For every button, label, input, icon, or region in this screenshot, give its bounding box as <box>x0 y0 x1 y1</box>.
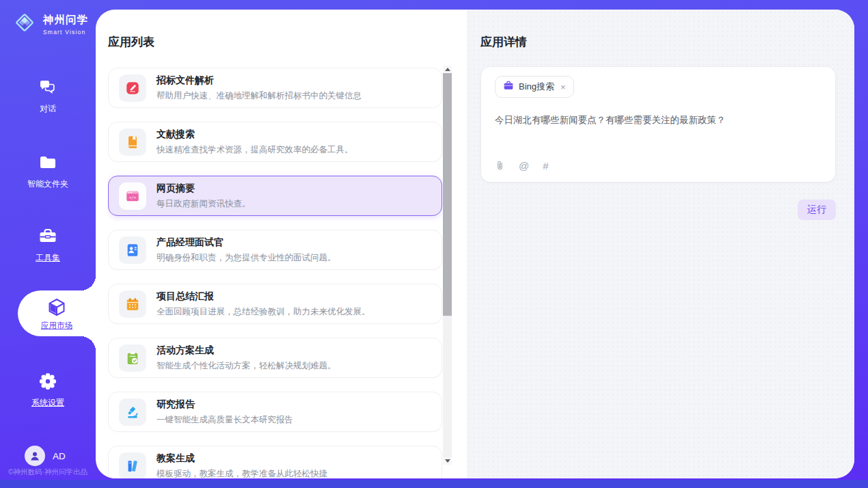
app-detail-pane: 应用详情 Bing搜索 × 今日湖北有哪些新闻要点？有哪些需要关注的最新政策？ … <box>467 10 854 478</box>
query-text-input[interactable]: 今日湖北有哪些新闻要点？有哪些需要关注的最新政策？ <box>495 114 822 128</box>
sidebar-item-label: 对话 <box>40 103 56 115</box>
app-detail-title: 应用详情 <box>480 34 836 50</box>
app-card-description: 一键智能生成高质量长文本研究报告 <box>157 414 293 426</box>
run-button[interactable]: 运行 <box>798 200 836 220</box>
user-chip[interactable]: AD <box>25 446 66 466</box>
scrollbar[interactable] <box>443 66 452 465</box>
brand-tagline: Smart Vision <box>43 29 88 36</box>
app-card-title: 活动方案生成 <box>157 344 336 357</box>
app-list: 招标文件解析帮助用户快速、准确地理解和解析招标书中的关键信息文献搜索快速精准查找… <box>108 68 442 478</box>
gear-icon <box>38 370 58 392</box>
app-card-title: 产品经理面试官 <box>157 236 336 249</box>
app-card-text: 文献搜索快速精准查找学术资源，提高研究效率的必备工具。 <box>157 128 353 156</box>
app-card-description: 智能生成个性化活动方案，轻松解决规划难题。 <box>157 360 336 372</box>
browser-code-icon: </> <box>119 182 146 210</box>
avatar <box>25 446 45 466</box>
sidebar-item-1[interactable]: 智能文件夹 <box>0 152 96 190</box>
sidebar-item-0[interactable]: 对话 <box>0 77 96 115</box>
app-card-title: 网页摘要 <box>157 182 251 195</box>
sidebar-item-3[interactable]: 应用市场 <box>18 290 96 336</box>
pen-square-icon <box>119 74 146 102</box>
app-list-title: 应用列表 <box>108 34 467 50</box>
interview-icon <box>119 236 146 264</box>
app-card-title: 教案生成 <box>157 452 327 465</box>
app-card-title: 文献搜索 <box>157 128 353 141</box>
app-card-text: 招标文件解析帮助用户快速、准确地理解和解析招标书中的关键信息 <box>157 74 362 102</box>
app-card-text: 网页摘要每日政府新闻资讯快查。 <box>157 182 251 210</box>
copyright-text: ©神州数码·神州问学出品 <box>0 467 96 477</box>
briefcase-icon <box>503 80 514 94</box>
sidebar-item-2[interactable]: 工具集 <box>0 226 96 264</box>
app-card-description: 快速精准查找学术资源，提高研究效率的必备工具。 <box>157 144 353 156</box>
close-icon[interactable]: × <box>560 82 566 92</box>
app-card-title: 项目总结汇报 <box>157 290 370 303</box>
microscope-icon <box>119 398 146 426</box>
chat-icon <box>38 77 58 98</box>
sidebar-item-label: 智能文件夹 <box>27 178 68 190</box>
app-card-5[interactable]: 活动方案生成智能生成个性化活动方案，轻松解决规划难题。 <box>108 338 442 378</box>
toolbox-icon <box>38 226 58 247</box>
bottom-strip <box>0 480 868 488</box>
app-card-4[interactable]: 项目总结汇报全面回顾项目进展，总结经验教训，助力未来优化发展。 <box>108 284 442 324</box>
calendar-icon <box>119 290 146 318</box>
app-card-text: 项目总结汇报全面回顾项目进展，总结经验教训，助力未来优化发展。 <box>157 290 370 318</box>
main-content: 应用列表 招标文件解析帮助用户快速、准确地理解和解析招标书中的关键信息文献搜索快… <box>96 10 854 478</box>
scroll-up-button[interactable] <box>443 66 452 73</box>
app-card-title: 招标文件解析 <box>157 74 362 87</box>
sidebar-item-4[interactable]: 系统设置 <box>0 370 96 409</box>
app-card-title: 研究报告 <box>157 398 293 411</box>
app-card-description: 全面回顾项目进展，总结经验教训，助力未来优化发展。 <box>157 306 370 318</box>
composer-toolbar: @# <box>495 159 822 172</box>
app-list-pane: 应用列表 招标文件解析帮助用户快速、准确地理解和解析招标书中的关键信息文献搜索快… <box>96 10 467 478</box>
app-card-description: 每日政府新闻资讯快查。 <box>157 198 251 210</box>
sidebar-item-label: 工具集 <box>36 252 60 264</box>
book-icon <box>119 128 146 156</box>
app-card-text: 活动方案生成智能生成个性化活动方案，轻松解决规划难题。 <box>157 344 336 372</box>
folder-icon <box>38 152 58 174</box>
sidebar-item-label: 系统设置 <box>31 397 64 409</box>
prompt-card: Bing搜索 × 今日湖北有哪些新闻要点？有哪些需要关注的最新政策？ @# <box>480 66 836 182</box>
app-card-0[interactable]: 招标文件解析帮助用户快速、准确地理解和解析招标书中的关键信息 <box>108 68 442 108</box>
app-card-3[interactable]: 产品经理面试官明确身份和职责，为您提供专业性的面试问题。 <box>108 230 442 270</box>
app-card-text: 产品经理面试官明确身份和职责，为您提供专业性的面试问题。 <box>157 236 336 264</box>
svg-text:</>: </> <box>129 195 137 200</box>
brand-text: 神州问学 Smart Vision <box>43 13 88 36</box>
hash-icon[interactable]: # <box>543 160 548 172</box>
triangle-down-icon <box>445 459 450 463</box>
cube-icon <box>46 297 68 318</box>
app-card-7[interactable]: 教案生成模板驱动，教案生成，教学准备从此轻松快捷 <box>108 446 442 478</box>
clipboard-check-icon <box>119 344 146 372</box>
app-card-description: 模板驱动，教案生成，教学准备从此轻松快捷 <box>157 468 327 479</box>
triangle-up-icon <box>445 68 450 71</box>
at-icon[interactable]: @ <box>519 160 529 172</box>
tool-tag-bing-search[interactable]: Bing搜索 × <box>495 76 574 98</box>
app-card-2[interactable]: </>网页摘要每日政府新闻资讯快查。 <box>108 176 442 216</box>
app-card-text: 教案生成模板驱动，教案生成，教学准备从此轻松快捷 <box>157 452 327 479</box>
app-card-description: 明确身份和职责，为您提供专业性的面试问题。 <box>157 252 336 264</box>
brand-name: 神州问学 <box>43 13 88 27</box>
app-card-1[interactable]: 文献搜索快速精准查找学术资源，提高研究效率的必备工具。 <box>108 122 442 162</box>
sidebar: 神州问学 Smart Vision 对话智能文件夹工具集应用市场系统设置 AD … <box>0 0 96 488</box>
tool-tag-label: Bing搜索 <box>519 81 554 93</box>
books-icon <box>119 452 146 479</box>
scroll-thumb[interactable] <box>443 73 452 316</box>
app-card-6[interactable]: 研究报告一键智能生成高质量长文本研究报告 <box>108 392 442 432</box>
app-card-text: 研究报告一键智能生成高质量长文本研究报告 <box>157 398 293 426</box>
app-card-description: 帮助用户快速、准确地理解和解析招标书中的关键信息 <box>157 90 362 102</box>
sidebar-item-label: 应用市场 <box>41 321 72 331</box>
user-name: AD <box>53 451 66 461</box>
paperclip-icon[interactable] <box>495 159 505 172</box>
diamond-logo-icon <box>11 9 38 39</box>
brand: 神州问学 Smart Vision <box>11 9 88 39</box>
scroll-down-button[interactable] <box>443 457 452 465</box>
